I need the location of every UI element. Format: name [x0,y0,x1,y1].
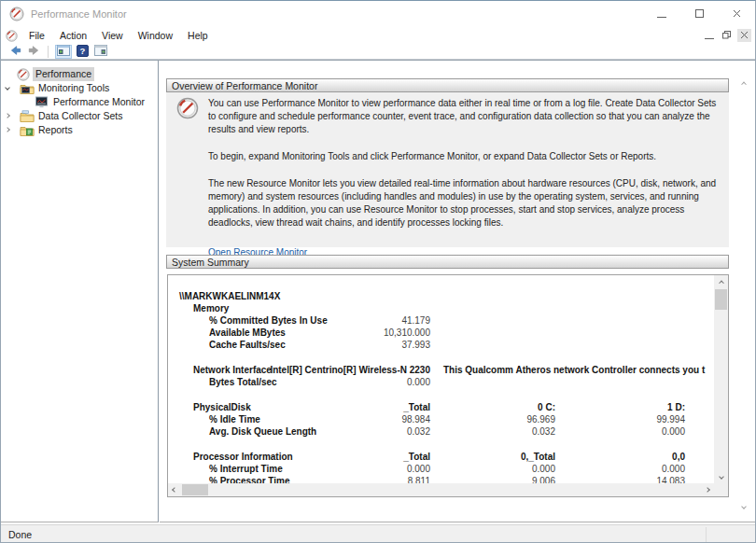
window-title: Performance Monitor [31,8,127,20]
table-padding [168,275,714,290]
counter-value: 99.994 [656,413,685,425]
counter-name: % Committed Bytes In Use [209,314,328,327]
tree-item-reports[interactable]: Reports [1,123,158,137]
show-console-tree-icon [57,45,70,58]
restore-icon [722,31,731,41]
tree-item-label: Performance [33,67,94,81]
show-action-pane-button[interactable] [92,45,109,59]
scroll-right-icon[interactable] [701,483,714,496]
forward-icon [27,44,41,59]
title-bar: Performance Monitor [1,1,755,27]
instance-header: Intel[R] Centrino[R] Wireless-N 2230 [270,364,430,376]
pane-scroll-down-icon[interactable] [736,500,750,513]
minimize-button[interactable] [643,1,680,27]
counter-value: 10,310.000 [384,327,430,339]
system-summary-report: \\MARKWKAELINM14XMemory% Committed Bytes… [168,275,714,483]
help-button[interactable]: ? [74,45,91,59]
menu-item-view[interactable]: View [94,27,131,44]
table-horizontal-scrollbar[interactable] [168,483,714,496]
counter-name: % Idle Time [209,413,260,425]
chevron-right-icon[interactable] [5,113,10,118]
chevron-right-icon[interactable] [5,127,10,132]
menu-item-file[interactable]: File [21,27,52,44]
counter-value: 0.000 [662,425,685,438]
overview-paragraph: To begin, expand Monitoring Tools and cl… [208,150,720,163]
scroll-down-icon[interactable] [714,470,728,483]
counter-name: Available MBytes [209,327,286,339]
svg-text:?: ? [79,45,85,55]
performance-monitor-window: Performance Monitor FileActionViewWindow… [0,0,756,543]
scroll-up-icon[interactable] [714,275,728,288]
counter-value: 0.000 [407,463,430,475]
toolbar-separator [48,46,49,58]
child-window-controls [702,27,751,44]
table-section-gap [168,351,714,364]
child-minimize-button[interactable] [702,29,716,42]
tree-item-performance-monitor[interactable]: Performance Monitor [1,95,158,109]
table-row: Available MBytes10,310.000 [168,327,714,339]
instance-header: 0,0 [672,451,685,463]
counter-name: Processor Information [193,451,293,463]
table-vertical-scrollbar[interactable] [714,275,728,483]
menu-item-action[interactable]: Action [52,27,94,44]
perfmon-gauge-icon [176,97,199,119]
maximize-button[interactable] [680,1,718,27]
counter-value: 96.969 [526,413,555,425]
details-pane-scrollbar[interactable] [736,77,750,513]
tree-item-data-collector-sets[interactable]: Data Collector Sets [1,109,158,123]
overview-paragraph: You can use Performance Monitor to view … [208,97,720,136]
console-tree-pane: Performance Monitoring Tools Performance… [1,61,159,522]
menu-item-help[interactable]: Help [180,27,216,44]
counter-name: Network Interface [193,364,272,376]
overview-header-label: Overview of Performance Monitor [172,80,317,91]
chevron-down-icon[interactable] [5,85,10,90]
counter-name: % Interrupt Time [209,463,283,475]
close-icon [740,31,749,41]
scroll-left-icon[interactable] [168,483,181,496]
counter-value: 0.000 [407,376,430,388]
tree-item-monitoring-tools[interactable]: Monitoring Tools [1,81,158,95]
table-row: Network InterfaceIntel[R] Centrino[R] Wi… [168,364,714,376]
table-row: Processor Information_Total0,_Total0,0 [168,451,714,463]
overview-text: You can use Performance Monitor to view … [208,97,720,258]
counter-value: 0.032 [532,425,555,438]
overview-paragraph: The new Resource Monitor lets you view d… [208,177,720,230]
vertical-scroll-thumb[interactable] [715,289,727,310]
menu-item-window[interactable]: Window [131,27,180,44]
back-button[interactable] [7,45,23,59]
scrollbar-corner [714,483,728,496]
close-button[interactable] [718,1,755,27]
child-close-button[interactable] [737,29,751,42]
help-icon: ? [77,45,89,59]
details-pane: Overview of Performance Monitor You can … [160,61,756,522]
show-action-pane-icon [94,45,107,58]
instance-header: 0 C: [538,401,555,413]
table-section-gap [168,388,714,401]
horizontal-scroll-thumb[interactable] [182,484,208,495]
tree-item-performance[interactable]: Performance [1,67,158,81]
counter-value: 41.179 [401,314,430,327]
counter-name: Cache Faults/sec [209,339,286,351]
counter-value: 14.083 [656,475,685,483]
show-console-tree-button[interactable] [55,45,72,59]
counter-name: % Processor Time [209,475,290,483]
counter-name: \\MARKWKAELINM14X [179,290,280,302]
counter-value: 37.993 [401,339,430,351]
status-text: Done [8,529,32,540]
counter-value: 0.032 [407,425,430,438]
forward-button[interactable] [25,45,42,59]
pane-scroll-up-icon[interactable] [736,77,750,90]
perfmon-app-icon [9,7,24,21]
table-row: Bytes Total/sec0.000 [168,376,714,388]
instance-header: This Qualcomm Atheros network Controller… [443,364,705,376]
console-window-icon [6,30,18,42]
toolbar: ? [1,44,755,60]
reports-icon [20,124,35,136]
status-bar: Done [1,524,756,543]
performance-monitor-icon [35,96,49,108]
data-collector-sets-icon [20,110,35,122]
table-row: Avg. Disk Queue Length0.0320.0320.000 [168,425,714,438]
counter-value: 9.006 [532,475,555,483]
child-restore-button[interactable] [720,29,734,42]
back-icon [8,44,22,59]
